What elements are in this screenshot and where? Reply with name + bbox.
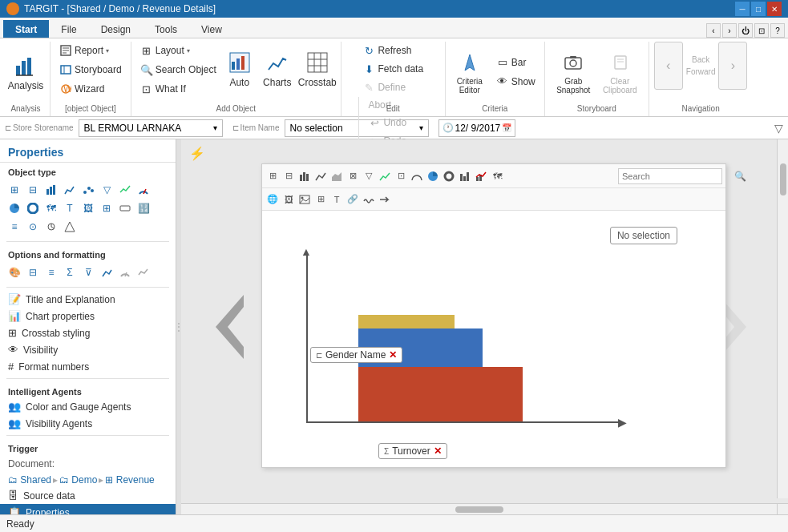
filter-icon[interactable]: ▽ (99, 182, 115, 198)
gender-chip-close[interactable]: ✕ (389, 349, 397, 361)
ribbon-scroll-right[interactable]: › (722, 23, 737, 38)
ct-table[interactable]: ⊞ (265, 169, 280, 183)
text-icon[interactable]: T (62, 200, 78, 216)
btn2-icon[interactable]: 🔢 (135, 200, 152, 216)
ct2-text[interactable]: T (329, 192, 344, 207)
canvas-nav-left[interactable] (197, 291, 249, 363)
search-object-button[interactable]: 🔍 Search Object (136, 61, 220, 79)
ct2-globe[interactable]: 🌐 (265, 192, 280, 207)
auto-button[interactable]: Auto (224, 42, 256, 96)
ct-map[interactable]: 🗺 (490, 169, 504, 183)
close-button[interactable]: ✕ (767, 2, 782, 16)
properties-item[interactable]: 📋 Properties (0, 504, 176, 514)
ct-scatter[interactable]: ⊠ (346, 169, 360, 183)
ct-kpi[interactable] (378, 169, 392, 183)
table-icon[interactable]: ⊞ (6, 182, 22, 198)
criteria-editor-button[interactable]: CriteriaEditor (451, 44, 489, 100)
btn6-icon[interactable] (62, 219, 78, 235)
demo-link[interactable]: 🗂 Demo (59, 474, 97, 486)
btn5-icon[interactable] (43, 219, 59, 235)
report-button[interactable]: Report ▾ (55, 42, 113, 59)
crosstab-styling-item[interactable]: ⊞ Crosstab styling (0, 324, 176, 341)
gauge-icon[interactable] (135, 182, 152, 198)
ct-combo[interactable] (474, 169, 488, 183)
opt4-icon[interactable]: Σ (62, 264, 78, 280)
ct-waterfall[interactable] (458, 169, 472, 183)
undo-button[interactable]: ↩ Undo (364, 114, 410, 131)
ct2-wave[interactable] (362, 192, 376, 207)
line-chart-icon[interactable] (62, 182, 78, 198)
tab-design[interactable]: Design (89, 20, 143, 38)
window-button[interactable]: ⊡ (754, 23, 769, 38)
source-data-item[interactable]: 🗄 Source data (0, 487, 176, 504)
tab-tools[interactable]: Tools (143, 20, 189, 38)
forward-button[interactable]: › (718, 42, 747, 90)
donut-icon[interactable] (25, 200, 41, 216)
charts-button[interactable]: Charts (259, 42, 296, 96)
opt7-icon[interactable] (117, 264, 133, 280)
shared-link[interactable]: 🗂 Shared (8, 474, 51, 486)
ct2-pic[interactable] (297, 192, 312, 207)
btn1-icon[interactable] (117, 200, 133, 216)
scroll-thumb-v[interactable] (780, 163, 786, 195)
color-gauge-item[interactable]: 👥 Color and Gauge Agents (0, 398, 176, 415)
date-picker-button[interactable]: 📅 (502, 123, 511, 132)
chart-search-input[interactable] (622, 171, 733, 181)
tab-view[interactable]: View (189, 20, 234, 38)
visibility-agents-item[interactable]: 👥 Visibility Agents (0, 415, 176, 432)
chart-properties-item[interactable]: 📊 Chart properties (0, 308, 176, 324)
ct2-grid[interactable]: ⊞ (313, 192, 328, 207)
chart-search-box[interactable]: 🔍 (618, 168, 722, 184)
wizard-button[interactable]: W Wizard (55, 80, 108, 98)
back-button[interactable]: ‹ (654, 42, 683, 90)
layout-button[interactable]: ⊞ Layout ▾ (136, 42, 220, 59)
turnover-filter-chip[interactable]: Σ Turnover ✕ (378, 443, 447, 459)
store-dropdown[interactable]: BL ERMOU LARNAKA ▾ (79, 119, 223, 137)
what-if-button[interactable]: ⊡ What If (136, 80, 220, 98)
analysis-button[interactable]: Analysis (6, 44, 45, 100)
grid-icon[interactable]: ⊞ (99, 200, 115, 216)
ct-filter[interactable]: ▽ (362, 169, 376, 183)
ct2-img[interactable]: 🖼 (281, 192, 296, 207)
kpi-icon[interactable] (117, 182, 133, 198)
grab-snapshot-button[interactable]: GrabSnapshot (552, 44, 595, 100)
tab-file[interactable]: File (49, 20, 88, 38)
breadcrumb-nav[interactable]: 🗂 Shared ▸ 🗂 Demo ▸ ⊞ Revenue (0, 473, 176, 487)
opt8-icon[interactable] (135, 264, 152, 280)
revenue-link[interactable]: ⊞ Revenue (105, 474, 154, 486)
ct-area[interactable] (329, 169, 344, 183)
map-icon[interactable]: 🗺 (43, 200, 59, 216)
power-button[interactable]: ⏻ (738, 23, 753, 38)
format-numbers-item[interactable]: # Format numbers (0, 358, 176, 375)
ct2-link[interactable]: 🔗 (346, 192, 360, 207)
bar-chart-icon[interactable] (43, 182, 59, 198)
crosstab-button[interactable]: Crosstab (299, 42, 336, 96)
ct-line[interactable] (313, 169, 328, 183)
visibility-item[interactable]: 👁 Visibility (0, 341, 176, 358)
title-explanation-item[interactable]: 📝 Title and Explanation (0, 291, 176, 308)
maximize-button[interactable]: □ (751, 2, 766, 16)
refresh-button[interactable]: ↻ Refresh (358, 42, 415, 59)
fetch-data-button[interactable]: ⬇ Fetch data (358, 60, 427, 78)
image-icon[interactable]: 🖼 (80, 200, 96, 216)
scroll-thumb-h[interactable] (455, 506, 503, 513)
storyboard-button[interactable]: Storyboard (55, 61, 126, 79)
ct-bar[interactable] (297, 169, 312, 183)
opt5-icon[interactable]: ⊽ (80, 264, 96, 280)
minimize-button[interactable]: ─ (735, 2, 750, 16)
canvas-scrollbar-h[interactable] (181, 503, 777, 514)
btn4-icon[interactable]: ⊙ (25, 219, 41, 235)
help-button[interactable]: ? (770, 23, 785, 38)
define-button[interactable]: ✎ Define (358, 79, 410, 96)
show-button[interactable]: 👁 Show (492, 73, 539, 91)
turnover-chip-close[interactable]: ✕ (434, 445, 442, 457)
funnel-icon[interactable]: ▽ (774, 122, 783, 135)
chart-canvas[interactable]: ▲ ▶ No selection ⊏ Gen (262, 211, 725, 467)
ct-pivot[interactable]: ⊡ (394, 169, 408, 183)
ct2-arrow[interactable] (378, 192, 392, 207)
ct-pie[interactable] (426, 169, 440, 183)
chart-object[interactable]: ⊞ ⊟ ⊠ ▽ ⊡ (261, 163, 726, 468)
btn3-icon[interactable]: ≡ (6, 219, 22, 235)
bar-button[interactable]: ▭ Bar (492, 54, 539, 71)
date-filter[interactable]: 🕐 12/ 9/2017 📅 (438, 119, 516, 137)
